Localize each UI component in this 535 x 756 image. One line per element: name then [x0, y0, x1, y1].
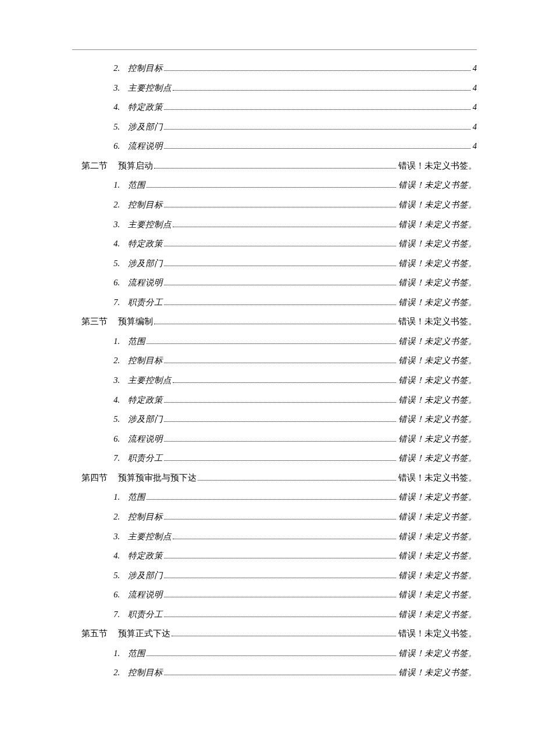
toc-row: 3.主要控制点错误！未定义书签。: [72, 219, 477, 231]
toc-page-ref: 错误！未定义书签。: [398, 472, 477, 484]
toc-leader-dots: [164, 571, 396, 578]
toc-row: 7.职责分工错误！未定义书签。: [72, 609, 477, 621]
toc-number: 第四节: [81, 472, 118, 484]
toc-title: 流程说明: [128, 141, 163, 152]
toc-page-ref: 错误！未定义书签。: [398, 648, 477, 660]
toc-leader-dots: [164, 299, 396, 305]
toc-leader-dots: [198, 474, 396, 481]
toc-number: 7.: [100, 453, 128, 464]
toc-number: 3.: [100, 375, 128, 386]
toc-row: 2.控制目标错误！未定义书签。: [72, 355, 477, 367]
toc-leader-dots: [164, 513, 396, 519]
toc-leader-dots: [172, 630, 396, 636]
toc-page-ref: 错误！未定义书签。: [398, 433, 477, 445]
toc-title: 职责分工: [128, 297, 163, 309]
toc-row: 7.职责分工错误！未定义书签。: [72, 297, 477, 309]
toc-number: 5.: [100, 121, 128, 133]
toc-title: 流程说明: [128, 589, 163, 601]
toc-number: 第二节: [81, 160, 118, 172]
toc-number: 6.: [100, 141, 128, 152]
toc-number: 6.: [100, 277, 128, 289]
toc-leader-dots: [164, 279, 396, 285]
toc-row: 第四节预算预审批与预下达错误！未定义书签。: [72, 472, 477, 484]
toc-page-ref: 错误！未定义书签。: [398, 297, 477, 309]
toc-number: 1.: [100, 648, 128, 660]
toc-title: 主要控制点: [128, 83, 172, 94]
toc-number: 2.: [100, 667, 128, 679]
toc-row: 3.主要控制点错误！未定义书签。: [72, 531, 477, 543]
toc-row: 5.涉及部门错误！未定义书签。: [72, 570, 477, 582]
toc-title: 预算编制: [118, 316, 153, 328]
toc-number: 6.: [100, 589, 128, 601]
toc-leader-dots: [164, 415, 396, 422]
toc-title: 预算启动: [118, 160, 153, 172]
toc-title: 特定政策: [128, 395, 163, 406]
toc-page-ref: 错误！未定义书签。: [398, 628, 477, 640]
toc-leader-dots: [164, 240, 396, 246]
toc-number: 3.: [100, 83, 128, 94]
toc-title: 预算正式下达: [118, 628, 170, 640]
toc-row: 4.特定政策错误！未定义书签。: [72, 238, 477, 250]
toc-page-ref: 错误！未定义书签。: [398, 277, 477, 289]
toc-leader-dots: [164, 435, 396, 442]
toc-title: 控制目标: [128, 199, 163, 211]
toc-row: 4.特定政策错误！未定义书签。: [72, 550, 477, 562]
toc-row: 1.范围错误！未定义书签。: [72, 492, 477, 503]
toc-leader-dots: [164, 142, 470, 149]
toc-page-ref: 错误！未定义书签。: [398, 238, 477, 250]
toc-row: 第三节预算编制错误！未定义书签。: [72, 316, 477, 328]
toc-leader-dots: [164, 103, 470, 110]
toc-leader-dots: [164, 357, 396, 363]
toc-leader-dots: [164, 454, 396, 461]
toc-leader-dots: [173, 377, 396, 383]
toc-number: 4.: [100, 550, 128, 562]
toc-page-ref: 错误！未定义书签。: [398, 667, 477, 679]
toc-title: 范围: [128, 336, 145, 347]
toc-title: 特定政策: [128, 550, 163, 562]
toc-leader-dots: [164, 65, 470, 71]
toc-page-ref: 错误！未定义书签。: [398, 570, 477, 582]
toc-number: 2.: [100, 511, 128, 523]
toc-page-ref: 错误！未定义书签。: [398, 355, 477, 367]
toc-page-ref: 错误！未定义书签。: [398, 316, 477, 328]
toc-title: 控制目标: [128, 63, 163, 74]
toc-number: 4.: [100, 395, 128, 406]
toc-number: 1.: [100, 336, 128, 347]
toc-row: 1.范围错误！未定义书签。: [72, 336, 477, 347]
toc-number: 6.: [100, 433, 128, 445]
toc-title: 主要控制点: [128, 219, 172, 231]
toc-row: 6.流程说明4: [72, 141, 477, 152]
toc-title: 控制目标: [128, 511, 163, 523]
toc-row: 6.流程说明错误！未定义书签。: [72, 589, 477, 601]
toc-page-ref: 错误！未定义书签。: [398, 550, 477, 562]
toc-number: 3.: [100, 219, 128, 231]
toc-row: 5.涉及部门错误！未定义书签。: [72, 414, 477, 425]
toc-page-ref: 4: [473, 102, 477, 113]
toc-row: 2.控制目标错误！未定义书签。: [72, 511, 477, 523]
toc-title: 范围: [128, 180, 145, 191]
toc-number: 4.: [100, 102, 128, 113]
toc-leader-dots: [164, 259, 396, 266]
toc-title: 职责分工: [128, 453, 163, 464]
toc-title: 涉及部门: [128, 414, 163, 425]
toc-title: 职责分工: [128, 609, 163, 621]
toc-leader-dots: [164, 396, 396, 402]
toc-number: 5.: [100, 414, 128, 425]
toc-row: 7.职责分工错误！未定义书签。: [72, 453, 477, 464]
toc-page-ref: 4: [473, 63, 477, 74]
toc-title: 流程说明: [128, 277, 163, 289]
toc-leader-dots: [147, 338, 396, 344]
toc-row: 3.主要控制点错误！未定义书签。: [72, 375, 477, 386]
toc-leader-dots: [173, 532, 396, 539]
toc-leader-dots: [154, 318, 396, 324]
toc-page-ref: 错误！未定义书签。: [398, 609, 477, 621]
toc-page-ref: 错误！未定义书签。: [398, 219, 477, 231]
toc-number: 3.: [100, 531, 128, 543]
toc-page-ref: 错误！未定义书签。: [398, 180, 477, 191]
toc-page-ref: 错误！未定义书签。: [398, 258, 477, 270]
toc-row: 4.特定政策4: [72, 102, 477, 113]
toc-row: 第二节预算启动错误！未定义书签。: [72, 160, 477, 172]
toc-title: 涉及部门: [128, 258, 163, 270]
toc-row: 1.范围错误！未定义书签。: [72, 648, 477, 660]
toc-page-ref: 错误！未定义书签。: [398, 160, 477, 172]
